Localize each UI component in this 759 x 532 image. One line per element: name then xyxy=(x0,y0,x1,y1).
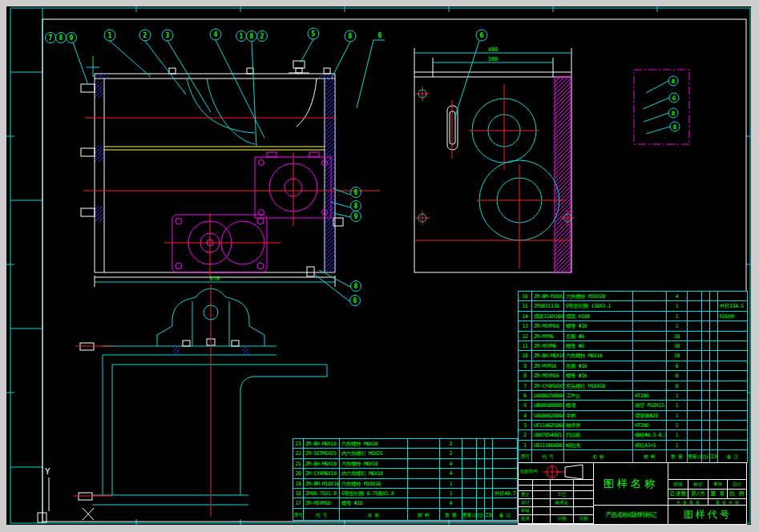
signature-cell xyxy=(519,486,533,491)
window-edge-bottom xyxy=(0,525,759,532)
bom-cell-hours xyxy=(710,321,718,331)
drawing-code: 图样代号 xyxy=(668,506,747,524)
signature-cell xyxy=(533,507,551,515)
side-view: 400 300 6 xyxy=(414,30,575,272)
bom-cell-hours xyxy=(710,361,718,371)
title-block: 投影符号 xyxy=(518,462,747,525)
bom-cell-qty: 6 xyxy=(667,381,688,391)
bom-cell-no: 10 xyxy=(519,351,532,361)
bom-cell-weight-total xyxy=(702,411,710,421)
bom-cell-remark xyxy=(718,381,748,391)
bom-cell-hours xyxy=(485,489,493,498)
section-hatch xyxy=(319,74,334,79)
bom-cell-remark xyxy=(718,292,748,301)
bom-cell-no: 9 xyxy=(519,361,532,371)
bom-header: 代 号 xyxy=(304,509,340,522)
bom-cell-weight-total xyxy=(702,381,710,391)
bom-cell-no: 5 xyxy=(519,401,532,410)
bom-cell-name: 工作台 xyxy=(564,391,633,401)
svg-text:5: 5 xyxy=(312,30,316,38)
bom-cell-weight-unit xyxy=(462,498,477,508)
bom-cell-weight-unit xyxy=(688,441,702,450)
bom-cell-name: 螺母 Φ10 xyxy=(340,498,408,508)
bom-cell-weight-total xyxy=(477,449,485,458)
bom-cell-no: 21 xyxy=(293,459,304,469)
wall-section-hatch xyxy=(555,77,571,272)
bom-cell-hours xyxy=(710,371,718,381)
bom-cell-material xyxy=(408,459,440,469)
bom-cell-remark: 外径134.5 xyxy=(718,301,748,311)
projection-label: 投影符号 xyxy=(519,469,539,474)
window-edge-top xyxy=(0,0,759,6)
bom-cell-weight-unit xyxy=(688,430,702,440)
projection-symbol-cell: 投影符号 xyxy=(519,463,594,480)
bom-cell-no: 12 xyxy=(519,332,532,341)
bom-cell-material xyxy=(633,351,667,361)
window-edge-right xyxy=(751,0,759,532)
bom-cell-weight-total xyxy=(702,361,710,371)
bom-cell-no: 15 xyxy=(519,301,532,311)
info-cell: 总张数 xyxy=(668,490,688,499)
bom-cell-no: 20 xyxy=(293,469,304,478)
bom-cell-weight-total xyxy=(702,312,710,321)
svg-text:670: 670 xyxy=(210,276,220,282)
bom-cell-remark xyxy=(718,321,748,331)
bom-cell-remark xyxy=(718,351,748,361)
bom-cell-qty: 4 xyxy=(440,498,462,508)
bom-cell-weight-total xyxy=(702,391,710,401)
bom-cell-material: 铸铝A3+5 xyxy=(633,441,667,450)
bom-cell-no: 16 xyxy=(519,292,532,301)
bom-cell-weight-unit xyxy=(688,312,702,321)
bolt-symbols-left xyxy=(81,84,95,216)
bom-cell-code: ZM-CYAM16X50 xyxy=(532,381,564,391)
signature-cell xyxy=(574,507,594,515)
bom-cell-material xyxy=(633,292,667,301)
signature-cell xyxy=(533,491,551,499)
bom-cell-name: 螺母 Φ6 xyxy=(564,341,633,351)
bom-cell-code: ZM-MSYM16 xyxy=(532,371,564,381)
bom-cell-weight-unit xyxy=(462,479,477,489)
bom-cell-material xyxy=(633,312,667,321)
cad-drawing-canvas: 670 7 8 9 1 2 3 4 xyxy=(0,0,759,532)
bom-cell-weight-unit xyxy=(688,361,702,371)
bom-cell-weight-total xyxy=(702,351,710,361)
bom-cell-weight-unit xyxy=(462,439,477,449)
bom-cell-hours xyxy=(710,301,718,311)
bom-cell-name: 垫圈 Φ6 xyxy=(564,332,633,341)
bom-cell-hours xyxy=(485,479,493,489)
bom-cell-name: 螺母 Φ16 xyxy=(564,371,633,381)
bom-cell-code: UA000620004-01 xyxy=(532,411,564,421)
svg-text:1: 1 xyxy=(108,32,112,39)
signature-cell: 日期 xyxy=(551,515,574,524)
bom-cell-material: 铜管 M18X15 xyxy=(633,401,667,410)
bom-cell-weight-total xyxy=(702,292,710,301)
bom-cell-qty: 1 xyxy=(440,489,462,498)
signature-cell: 设计 xyxy=(519,499,533,507)
info-cell: 阶段 xyxy=(668,480,688,490)
svg-text:2: 2 xyxy=(260,33,264,40)
bom-cell-name: 内六角螺钉 M6X10 xyxy=(340,469,408,478)
bom-cell-name: 六角螺栓 M6X16 xyxy=(340,439,408,449)
part-balloon-side-view: 6 xyxy=(454,30,487,119)
bom-cell-name: 六角螺栓 M6X10 xyxy=(340,459,408,469)
bom-cell-name: 挡油板 xyxy=(564,430,633,440)
bom-cell-material xyxy=(633,332,667,341)
bom-cell-qty: 10 xyxy=(667,341,688,351)
bom-cell-weight-unit xyxy=(462,489,477,498)
bom-cell-weight-unit xyxy=(688,381,702,391)
bottom-view xyxy=(74,284,327,517)
bom-cell-weight-unit xyxy=(688,321,702,331)
signature-cell xyxy=(551,480,574,486)
bom-cell-name: 手柄 xyxy=(564,411,633,421)
bom-cell-no: 13 xyxy=(519,321,532,331)
bom-cell-remark xyxy=(718,391,748,401)
signature-cell xyxy=(574,480,594,486)
bom-header: 材 料 xyxy=(633,450,667,463)
bom-cell-code: UD67054001-01 xyxy=(532,430,564,440)
bom-cell-weight-total xyxy=(702,301,710,311)
signature-cell: 审核 xyxy=(519,507,533,515)
info-row-2: 总张数 第/共 重 量 比 例 xyxy=(668,490,747,499)
bom-cell-weight-total xyxy=(702,441,710,450)
signature-cell xyxy=(533,486,551,491)
bom-header: 重量(单件) xyxy=(688,450,702,463)
